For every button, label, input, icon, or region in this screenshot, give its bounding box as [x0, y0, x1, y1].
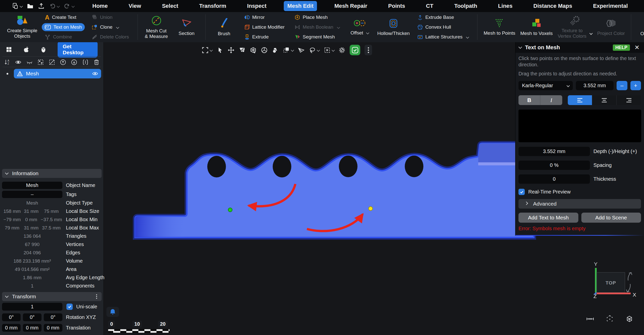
fit-view-button[interactable] [202, 47, 212, 54]
place-mesh-button[interactable]: Place Mesh [292, 13, 342, 21]
translation-x-field[interactable]: 0 mm [2, 324, 21, 332]
create-simple-objects-button[interactable]: Create Simple Objects [5, 16, 40, 39]
union-button[interactable]: Union [89, 13, 132, 21]
convex-hull-button[interactable]: Convex Hull [414, 23, 472, 31]
section-button[interactable]: Section [172, 18, 202, 36]
select-tool-button[interactable] [217, 47, 223, 54]
windows-icon[interactable] [6, 46, 12, 53]
mesh-to-voxels-button[interactable]: Mesh to Voxels [518, 18, 555, 36]
translation-z-field[interactable]: 0 mm [44, 324, 62, 332]
uniscale-checkbox[interactable] [66, 304, 73, 310]
orientation-gizmo[interactable]: Y TOP Z X [588, 261, 641, 305]
mesh-boolean-button[interactable]: Mesh Boolean [292, 23, 342, 31]
add-mesh-button[interactable] [250, 47, 257, 54]
confirm-button[interactable] [350, 45, 360, 55]
move-up-icon[interactable] [60, 59, 66, 65]
optimize-button[interactable]: Optimize [635, 18, 644, 36]
tab-mesh-repair[interactable]: Mesh Repair [331, 1, 371, 11]
extrude-button[interactable]: Extrude [241, 33, 288, 41]
create-text-button[interactable]: A Create Text [42, 13, 85, 21]
italic-button[interactable]: I [540, 95, 562, 105]
show-eye-icon[interactable] [15, 59, 21, 65]
help-badge[interactable]: HELP [613, 44, 630, 51]
text-end-point-handle[interactable] [369, 207, 373, 211]
shapes-button[interactable] [272, 47, 279, 54]
tab-home[interactable]: Home [89, 1, 111, 11]
add-to-scene-button[interactable]: Add to Scene [581, 213, 641, 223]
undo-button[interactable] [49, 3, 59, 9]
select-visible-icon[interactable] [37, 59, 44, 65]
redo-button[interactable] [64, 3, 74, 9]
realtime-preview-checkbox[interactable] [518, 189, 525, 195]
scene-settings-button[interactable] [239, 47, 246, 54]
rotation-x-field[interactable]: 0° [2, 313, 21, 321]
move-down-icon[interactable] [71, 59, 77, 65]
tab-inspect[interactable]: Inspect [244, 1, 270, 11]
linux-icon[interactable] [41, 46, 46, 53]
deselect-icon[interactable] [49, 59, 55, 65]
hide-eye-icon[interactable] [26, 59, 33, 65]
delete-colors-button[interactable]: Delete Colors [89, 33, 132, 41]
sort-az-icon[interactable]: AZ [4, 59, 10, 65]
rotation-y-field[interactable]: 0° [23, 313, 42, 321]
transform-menu-icon[interactable] [95, 293, 98, 300]
lattice-modifier-button[interactable]: Lattice Modifier [241, 23, 288, 31]
thickness-field[interactable]: 0 [518, 174, 590, 184]
advanced-section-toggle[interactable]: Advanced [518, 199, 641, 209]
clear-selection-button[interactable] [339, 47, 345, 54]
scene-item-mesh[interactable]: Mesh [14, 69, 101, 78]
spacing-field[interactable]: 0 % [518, 161, 590, 170]
font-size-field[interactable]: 3.552 mm [576, 81, 614, 90]
extrude-base-button[interactable]: Extrude Base [414, 13, 472, 21]
move-tool-button[interactable] [228, 47, 234, 54]
tab-view[interactable]: View [125, 1, 145, 11]
align-center-button[interactable] [592, 95, 617, 105]
text-start-point-handle[interactable] [228, 208, 232, 212]
tab-ct[interactable]: CT [422, 1, 437, 11]
new-file-button[interactable] [12, 3, 22, 9]
depth-field[interactable]: 3.552 mm [518, 147, 590, 156]
viewport-more-menu[interactable] [365, 45, 372, 55]
wireframe-cube-icon[interactable] [625, 315, 633, 323]
mesh-to-points-button[interactable]: Mesh to Points [481, 19, 518, 36]
open-file-button[interactable] [27, 3, 33, 9]
decrease-size-button[interactable]: – [617, 81, 627, 90]
align-left-button[interactable] [568, 95, 592, 105]
lasso-select-button[interactable] [309, 47, 319, 54]
tags-field[interactable]: – [2, 191, 62, 198]
get-desktop-button[interactable]: Get Desktop [58, 41, 98, 58]
visibility-eye-icon[interactable] [92, 71, 98, 76]
clone-view-button[interactable] [283, 47, 294, 54]
orbit-button[interactable] [261, 47, 268, 54]
tab-experimental[interactable]: Experimental [589, 1, 631, 11]
segment-mesh-button[interactable]: Segment Mesh [292, 33, 342, 41]
clone-button[interactable]: Clone [89, 23, 132, 31]
delete-icon[interactable] [93, 59, 100, 65]
notifications-button[interactable] [106, 307, 119, 317]
project-color-button[interactable]: Project Color [595, 18, 627, 36]
font-select[interactable]: Karla-Regular [518, 81, 573, 90]
scale-field[interactable]: 1 [2, 303, 62, 311]
close-icon[interactable]: ✕ [633, 44, 640, 51]
information-header[interactable]: Information [2, 169, 102, 178]
tab-toolpath[interactable]: Toolpath [451, 1, 481, 11]
text-input-area[interactable] [518, 110, 641, 142]
brush-button[interactable]: Brush [209, 18, 239, 36]
tab-distance-maps[interactable]: Distance Maps [530, 1, 576, 11]
tab-lines[interactable]: Lines [495, 1, 516, 11]
tab-transform[interactable]: Transform [196, 1, 230, 11]
mesh-cut-measure-button[interactable]: Mesh Cut & Measure [141, 15, 172, 39]
texture-to-vertex-colors-button[interactable]: Texture to Vertex Colors [555, 16, 595, 39]
transform-header[interactable]: Transform [2, 292, 102, 301]
tab-select[interactable]: Select [158, 1, 182, 11]
measure-tool-icon[interactable] [586, 315, 594, 323]
offset-button[interactable]: Offset [345, 19, 375, 36]
bold-button[interactable]: B [518, 95, 540, 105]
gizmo-rotate-arrows[interactable] [626, 272, 632, 292]
hollow-thicken-button[interactable]: Hollow/Thicken [375, 18, 412, 36]
tab-mesh-edit[interactable]: Mesh Edit [284, 1, 317, 11]
box-deselect-button[interactable] [324, 47, 334, 54]
object-name-field[interactable]: Mesh [2, 182, 62, 189]
align-right-button[interactable] [617, 95, 641, 105]
lattice-structures-button[interactable]: Lattice Structures [414, 33, 472, 41]
